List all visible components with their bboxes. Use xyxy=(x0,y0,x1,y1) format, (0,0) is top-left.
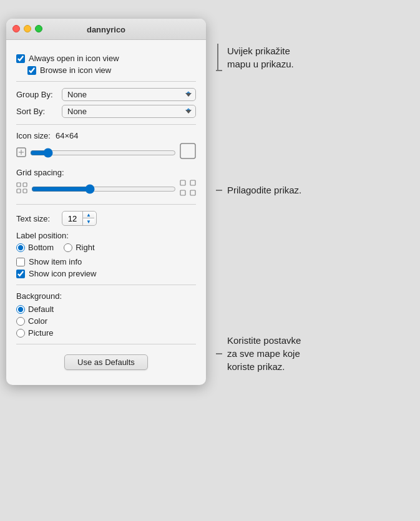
background-picture-label[interactable]: Picture xyxy=(28,328,53,338)
finder-info-window: dannyrico Always open in icon view Brows… xyxy=(6,19,206,385)
group-by-select[interactable]: None Name Kind Date Modified xyxy=(62,88,196,101)
label-bottom-row: Bottom xyxy=(16,243,54,252)
group-sort-section: Group By: None Name Kind Date Modified ⌃… xyxy=(16,82,196,125)
background-picture-radio[interactable] xyxy=(16,329,25,338)
icon-grid-section: Icon size: 64×64 xyxy=(16,125,196,205)
background-color-radio[interactable] xyxy=(16,317,25,326)
traffic-lights xyxy=(12,25,42,32)
svg-rect-3 xyxy=(180,144,195,158)
text-size-down-button[interactable]: ▼ xyxy=(83,218,94,225)
background-radio-group: Default Color Picture xyxy=(16,304,196,338)
label-bottom-label[interactable]: Bottom xyxy=(28,243,54,252)
callout-middle: Prilagodite prikaz. xyxy=(211,183,348,197)
close-button[interactable] xyxy=(12,25,20,32)
text-size-input[interactable] xyxy=(62,213,82,225)
svg-rect-9 xyxy=(190,180,195,185)
callout-middle-text: Prilagodite prikaz. xyxy=(227,183,301,197)
text-size-row: Text size: ▲ ▼ xyxy=(16,211,196,226)
view-options-section: Always open in icon view Browse in icon … xyxy=(16,47,196,82)
window-content: Always open in icon view Browse in icon … xyxy=(6,40,206,385)
svg-rect-7 xyxy=(23,189,27,193)
show-item-info-row: Show item info xyxy=(16,257,196,266)
callouts-area: Uvijek prikažite mapu u prikazu. Prilago… xyxy=(211,31,348,373)
sort-by-label: Sort By: xyxy=(16,107,57,116)
background-picture-row: Picture xyxy=(16,328,196,338)
show-icon-preview-label[interactable]: Show icon preview xyxy=(29,269,96,278)
svg-rect-11 xyxy=(190,190,195,195)
label-position-radio-group: Bottom Right xyxy=(16,243,196,252)
background-color-row: Color xyxy=(16,316,196,326)
background-color-label[interactable]: Color xyxy=(28,316,47,326)
label-right-label[interactable]: Right xyxy=(76,243,94,252)
label-position-group: Label position: Bottom Right xyxy=(16,231,196,252)
grid-small-icon xyxy=(16,182,27,195)
icon-large-icon xyxy=(180,143,196,163)
use-defaults-button[interactable]: Use as Defaults xyxy=(64,354,148,370)
grid-spacing-slider[interactable] xyxy=(31,184,176,194)
background-label: Background: xyxy=(16,291,196,301)
icon-small-icon xyxy=(16,147,26,159)
background-default-radio[interactable] xyxy=(16,305,25,314)
svg-rect-8 xyxy=(180,180,185,185)
text-size-spinbox: ▲ ▼ xyxy=(62,211,97,226)
text-size-up-button[interactable]: ▲ xyxy=(83,212,94,218)
label-right-radio[interactable] xyxy=(64,243,72,252)
minimize-button[interactable] xyxy=(24,25,31,32)
callout-bottom-text: Koristite postavke za sve mape koje kori… xyxy=(227,334,301,373)
sort-by-row: Sort By: None Name Kind Date Modified ⌃ xyxy=(16,105,196,118)
browse-icon-view-checkbox[interactable] xyxy=(27,66,36,75)
callout-top-text: Uvijek prikažite mapu u prikazu. xyxy=(227,44,294,71)
show-item-info-checkbox[interactable] xyxy=(16,258,25,266)
display-options-section: Text size: ▲ ▼ Label position: xyxy=(16,205,196,285)
background-default-row: Default xyxy=(16,304,196,314)
label-right-row: Right xyxy=(64,243,94,252)
group-by-row: Group By: None Name Kind Date Modified ⌃ xyxy=(16,88,196,101)
svg-rect-5 xyxy=(23,183,27,187)
svg-rect-4 xyxy=(17,183,21,187)
icon-size-label: Icon size: xyxy=(16,131,51,140)
label-bottom-radio[interactable] xyxy=(16,243,25,252)
sort-by-select-wrapper: None Name Kind Date Modified ⌃ xyxy=(62,105,196,118)
label-position-label: Label position: xyxy=(16,231,196,240)
always-open-icon-view-checkbox[interactable] xyxy=(16,54,25,63)
use-defaults-section: Use as Defaults xyxy=(16,344,196,377)
always-open-icon-view-label[interactable]: Always open in icon view xyxy=(29,54,119,63)
maximize-button[interactable] xyxy=(35,25,42,32)
show-item-info-label[interactable]: Show item info xyxy=(29,257,82,266)
svg-rect-10 xyxy=(180,190,185,195)
group-by-label: Group By: xyxy=(16,90,57,99)
svg-rect-6 xyxy=(17,189,21,193)
background-section: Background: Default Color Picture xyxy=(16,285,196,344)
group-by-select-wrapper: None Name Kind Date Modified ⌃ xyxy=(62,88,196,101)
browse-icon-view-row: Browse in icon view xyxy=(16,66,196,75)
grid-spacing-label: Grid spacing: xyxy=(16,168,64,177)
text-size-label: Text size: xyxy=(16,214,57,223)
browse-icon-view-label[interactable]: Browse in icon view xyxy=(40,66,111,75)
grid-spacing-slider-row xyxy=(16,180,196,198)
always-open-icon-view-row: Always open in icon view xyxy=(16,54,196,63)
grid-large-icon xyxy=(180,180,196,198)
icon-size-slider[interactable] xyxy=(30,148,176,158)
text-size-arrows: ▲ ▼ xyxy=(82,212,94,225)
show-icon-preview-checkbox[interactable] xyxy=(16,270,25,278)
callout-top: Uvijek prikažite mapu u prikazu. xyxy=(211,44,348,71)
callout-bottom: Koristite postavke za sve mape koje kori… xyxy=(211,334,348,373)
background-default-label[interactable]: Default xyxy=(28,304,54,314)
show-icon-preview-row: Show icon preview xyxy=(16,269,196,278)
icon-size-value: 64×64 xyxy=(56,131,79,140)
window-title: dannyrico xyxy=(87,25,125,34)
titlebar: dannyrico xyxy=(6,19,206,40)
sort-by-select[interactable]: None Name Kind Date Modified xyxy=(62,105,196,118)
icon-size-slider-row xyxy=(16,143,196,163)
